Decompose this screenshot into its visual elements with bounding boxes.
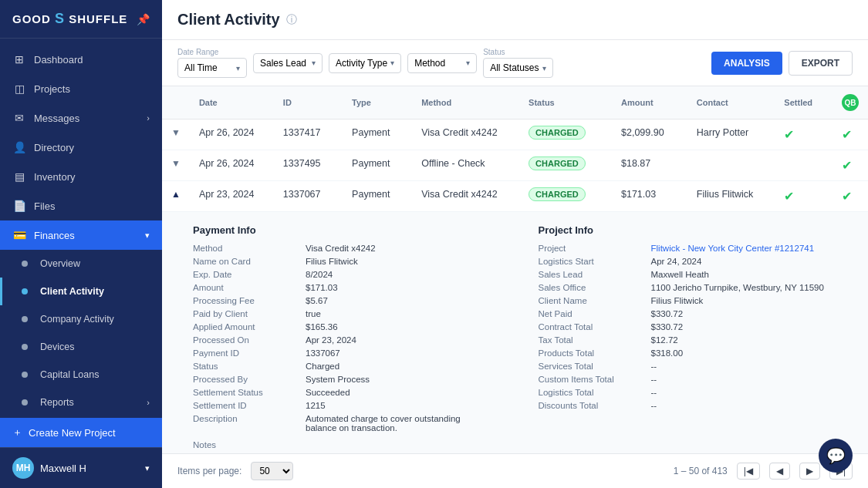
- col-date: Date: [190, 86, 274, 119]
- expand-row1[interactable]: ▼: [171, 127, 181, 138]
- project-info-title: Project Info: [539, 224, 838, 236]
- name-on-card-label: Name on Card: [193, 257, 293, 266]
- info-icon[interactable]: ⓘ: [286, 13, 297, 27]
- company-activity-dot: [22, 316, 28, 322]
- tax-total-value: $12.72: [651, 335, 678, 345]
- sidebar-item-overview[interactable]: Overview: [0, 250, 162, 278]
- sidebar-item-directory[interactable]: 👤 Directory: [0, 133, 162, 162]
- row2-status: CHARGED: [519, 150, 612, 181]
- net-paid-row: Net Paid $330.72: [539, 309, 838, 318]
- sidebar-item-messages[interactable]: ✉ Messages ›: [0, 103, 162, 133]
- method-value: Visa Credit x4242: [306, 244, 376, 253]
- expand-row2[interactable]: ▼: [171, 158, 181, 169]
- description-row: Description Automated charge to cover ou…: [193, 414, 492, 432]
- row1-settled: ✔: [775, 119, 833, 150]
- processed-by-value: System Process: [306, 375, 370, 384]
- processing-fee-row: Processing Fee $5.67: [193, 296, 492, 305]
- expand-row3[interactable]: ▲: [171, 189, 181, 200]
- products-total-value: $318.00: [651, 348, 684, 358]
- sidebar-item-finances[interactable]: 💳 Finances ▾: [0, 220, 162, 250]
- project-row: Project Flitwick - New York City Center …: [539, 244, 838, 253]
- processing-fee-value: $5.67: [306, 296, 328, 305]
- client-name-row: Client Name Filius Flitwick: [539, 296, 838, 305]
- method-select[interactable]: Method ▾: [407, 53, 477, 73]
- gb-header-icon: QB: [842, 94, 859, 111]
- sidebar-item-reports[interactable]: Reports ›: [0, 389, 162, 416]
- sales-office-label: Sales Office: [539, 283, 639, 292]
- sidebar-item-inventory[interactable]: ▤ Inventory: [0, 162, 162, 191]
- sales-lead-arrow: ▾: [312, 59, 316, 67]
- tax-total-row: Tax Total $12.72: [539, 335, 838, 345]
- table-row: ▼ Apr 26, 2024 1337417 Payment Visa Cred…: [162, 119, 868, 150]
- name-on-card-row: Name on Card Filius Flitwick: [193, 257, 492, 266]
- row3-amount: $171.03: [612, 181, 687, 212]
- finances-icon: 💳: [12, 229, 26, 241]
- logistics-start-value: Apr 24, 2024: [651, 257, 702, 266]
- pin-icon[interactable]: 📌: [137, 13, 150, 25]
- sales-lead-select[interactable]: Sales Lead ▾: [253, 53, 323, 73]
- date-range-select[interactable]: All Time ▾: [177, 58, 247, 78]
- sidebar-item-client-activity[interactable]: Client Activity: [0, 278, 162, 305]
- sidebar-item-projects[interactable]: ◫ Projects: [0, 74, 162, 103]
- amount-row: Amount $171.03: [193, 283, 492, 292]
- tax-total-label: Tax Total: [539, 335, 639, 345]
- plus-icon: ＋: [12, 426, 22, 439]
- contract-total-value: $330.72: [651, 322, 684, 332]
- services-total-label: Services Total: [539, 362, 639, 371]
- processing-fee-label: Processing Fee: [193, 296, 293, 305]
- applied-amount-value: $165.36: [306, 322, 338, 332]
- method-arrow: ▾: [466, 59, 470, 67]
- row1-id: 1337417: [274, 119, 343, 150]
- inventory-icon: ▤: [12, 170, 26, 183]
- sales-office-row: Sales Office 1100 Jericho Turnpike, West…: [539, 283, 838, 292]
- devices-dot: [22, 344, 28, 350]
- reports-arrow: ›: [147, 398, 150, 407]
- client-name-value: Filius Flitwick: [651, 296, 704, 305]
- row2-settled: [775, 150, 833, 181]
- sales-lead-row: Sales Lead Maxwell Heath: [539, 270, 838, 279]
- status-badge: CHARGED: [529, 126, 586, 140]
- status-arrow: ▾: [542, 64, 546, 72]
- activity-type-select[interactable]: Activity Type ▾: [329, 53, 401, 73]
- status-label: Status: [483, 48, 552, 56]
- create-new-project-button[interactable]: ＋ Create New Project: [0, 418, 162, 447]
- col-amount: Amount: [612, 86, 687, 119]
- export-button[interactable]: EXPORT: [789, 51, 853, 76]
- sidebar-item-dashboard[interactable]: ⊞ Dashboard: [0, 45, 162, 74]
- sidebar-item-company-activity[interactable]: Company Activity: [0, 305, 162, 333]
- sales-office-value: 1100 Jericho Turnpike, Westbury, NY 1159…: [651, 283, 824, 292]
- row1-date: Apr 26, 2024: [190, 119, 274, 150]
- analysis-button[interactable]: ANALYSIS: [711, 52, 782, 75]
- user-arrow[interactable]: ▾: [145, 463, 150, 473]
- chat-icon: 💬: [826, 446, 846, 465]
- status-select[interactable]: All Statuses ▾: [483, 58, 552, 78]
- proj-sales-lead-label: Sales Lead: [539, 270, 639, 279]
- settlement-status-row: Settlement Status Succeeded: [193, 388, 492, 397]
- per-page-select[interactable]: 50 25 100: [251, 462, 293, 480]
- gb-check: ✔: [842, 190, 852, 203]
- sidebar-item-capital-loans[interactable]: Capital Loans: [0, 361, 162, 389]
- project-info-section: Project Info Project Flitwick - New York…: [539, 224, 838, 453]
- gb-check: ✔: [842, 159, 852, 172]
- chat-button[interactable]: 💬: [819, 439, 853, 473]
- row2-type: Payment: [343, 150, 412, 181]
- project-link[interactable]: Flitwick - New York City Center #1212741: [651, 244, 815, 253]
- settlement-status-value: Succeeded: [306, 388, 350, 397]
- sidebar-item-files[interactable]: 📄 Files: [0, 191, 162, 220]
- logistics-start-row: Logistics Start Apr 24, 2024: [539, 257, 838, 266]
- payment-method-row: Method Visa Credit x4242: [193, 244, 492, 253]
- first-page-button[interactable]: |◀: [737, 463, 760, 480]
- items-per-page-label: Items per page:: [177, 466, 241, 476]
- sidebar: GOOD S SHUFFLE 📌 ⊞ Dashboard ◫ Projects …: [0, 0, 162, 488]
- next-page-button[interactable]: ▶: [799, 463, 820, 480]
- expanded-detail-row: Payment Info Method Visa Credit x4242 Na…: [162, 212, 868, 454]
- col-expand: [162, 86, 190, 119]
- col-id: ID: [274, 86, 343, 119]
- discounts-total-label: Discounts Total: [539, 401, 639, 410]
- logo-area: GOOD S SHUFFLE 📌: [0, 0, 162, 39]
- sidebar-item-devices[interactable]: Devices: [0, 333, 162, 361]
- prev-page-button[interactable]: ◀: [769, 463, 790, 480]
- messages-icon: ✉: [12, 112, 26, 124]
- client-activity-dot: [22, 288, 28, 294]
- notes-label: Notes: [193, 440, 492, 449]
